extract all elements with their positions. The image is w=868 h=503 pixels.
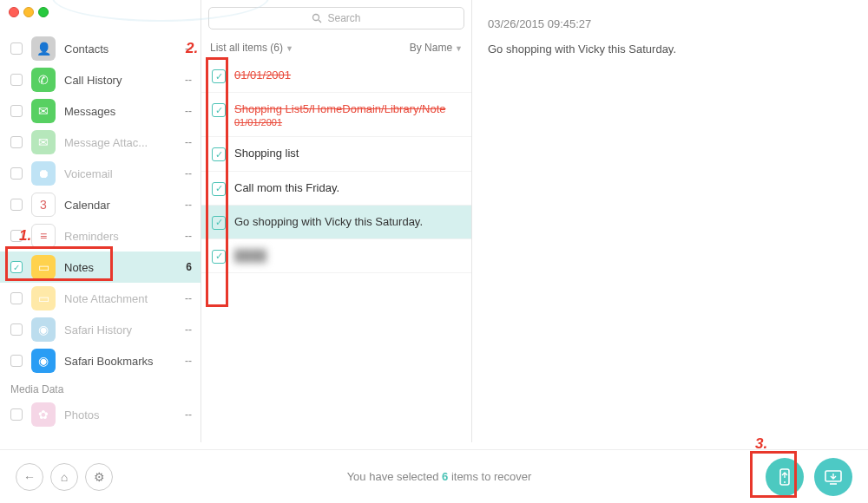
home-button[interactable]: ⌂ [50,463,78,491]
sidebar-item-note-attachment: ▭Note Attachment-- [0,283,201,314]
sidebar-item-count: -- [185,42,192,55]
sidebar-item-call-history[interactable]: ✆Call History-- [0,64,201,95]
category-icon: ≡ [31,224,56,248]
category-icon: ◉ [31,349,56,373]
search-icon [312,13,322,23]
list-item[interactable]: ✓Call mom this Friday. [201,172,471,206]
sidebar-item-label: Voicemail [64,167,176,180]
category-icon: ▭ [31,255,56,279]
sidebar-item-voicemail: ⏺Voicemail-- [0,158,201,189]
checkbox[interactable] [10,199,23,211]
sidebar-item-count: -- [185,355,192,367]
list-item[interactable]: ✓Shopping List5/HomeDomain/Library/Note0… [201,93,471,137]
sidebar-item-count: -- [185,408,192,421]
preview-body: Go shopping with Vicky this Saturday. [488,42,852,56]
svg-point-3 [784,481,786,483]
sidebar-item-count: -- [185,167,192,180]
sidebar-item-label: Safari Bookmarks [64,355,176,368]
back-button[interactable]: ← [16,463,43,491]
checkbox[interactable]: ✓ [212,103,226,117]
category-icon: ✿ [31,402,56,427]
list-item-title: ████ [234,248,464,264]
list-item[interactable]: ✓Shopping list [201,137,471,171]
checkbox[interactable] [10,105,23,117]
sidebar-item-message-attac-: ✉Message Attac...-- [0,127,201,158]
recover-to-device-button[interactable] [766,458,804,496]
sidebar-item-reminders: ≡Reminders-- [0,220,201,252]
sidebar-item-label: Calendar [64,199,176,212]
checkbox[interactable]: ✓ [212,216,226,230]
checkbox [10,136,23,148]
sidebar-item-label: Messages [64,105,176,118]
computer-icon [823,467,844,487]
category-icon: 👤 [31,36,56,61]
checkbox [10,230,23,242]
sidebar-item-photos: ✿Photos-- [0,399,201,430]
category-icon: ✉ [31,130,56,154]
category-icon: ▭ [31,286,56,310]
minimize-icon[interactable] [23,7,34,17]
sidebar-item-count: -- [185,136,192,148]
sidebar-item-count: 6 [186,261,192,273]
category-icon: ⏺ [31,161,56,186]
sidebar-item-label: Reminders [64,230,176,243]
sidebar-item-label: Contacts [64,42,176,56]
preview-date: 03/26/2015 09:45:27 [488,17,852,30]
chevron-down-icon: ▼ [286,44,293,53]
svg-line-1 [319,20,321,23]
notes-list-column: Search List all items (6)▼ By Name▼ ✓01/… [201,0,472,442]
recover-buttons [766,458,852,496]
list-item-date: 01/01/2001 [234,117,464,127]
sidebar-item-safari-bookmarks[interactable]: ◉Safari Bookmarks-- [0,345,201,376]
checkbox[interactable] [10,355,23,367]
sidebar-item-count: -- [185,292,192,304]
settings-button[interactable]: ⚙ [85,463,113,491]
checkbox [10,323,23,336]
sidebar-item-messages[interactable]: ✉Messages-- [0,95,201,127]
sidebar-item-count: -- [185,230,192,242]
list-item-title: Go shopping with Vicky this Saturday. [234,214,464,230]
checkbox[interactable]: ✓ [212,147,226,161]
list-item-title: Shopping list [234,146,464,161]
sidebar-item-notes[interactable]: ✓▭Notes6 [0,252,201,283]
list-item[interactable]: ✓████ [201,239,471,273]
sidebar-item-count: -- [185,199,192,211]
device-icon [775,467,794,487]
sidebar-item-contacts[interactable]: 👤Contacts-- [0,33,201,64]
checkbox[interactable]: ✓ [10,261,23,273]
svg-point-0 [313,15,319,21]
bottom-bar: ← ⌂ ⚙ You have selected 6 items to recov… [0,449,868,503]
nav-buttons: ← ⌂ ⚙ [16,463,113,491]
search-placeholder: Search [327,12,360,24]
checkbox[interactable] [10,42,23,55]
recover-to-computer-button[interactable] [814,458,852,496]
checkbox[interactable]: ✓ [212,182,226,196]
sidebar-item-label: Photos [64,408,176,421]
list-item-title: Shopping List5/HomeDomain/Library/Note [234,101,464,117]
list-item[interactable]: ✓Go shopping with Vicky this Saturday. [201,206,471,239]
sidebar-item-label: Notes [64,261,177,274]
window-controls[interactable] [9,7,49,17]
note-preview: 03/26/2015 09:45:27 Go shopping with Vic… [472,0,868,442]
list-item-title: 01/01/2001 [234,68,464,83]
sidebar-section-media: Media Data [0,376,201,399]
checkbox [10,292,23,304]
checkbox[interactable]: ✓ [212,250,226,264]
sort-dropdown[interactable]: By Name▼ [410,42,463,54]
sidebar-item-calendar[interactable]: 3Calendar-- [0,189,201,220]
checkbox[interactable]: ✓ [212,69,226,83]
list-controls: List all items (6)▼ By Name▼ [201,29,471,59]
chevron-down-icon: ▼ [455,44,463,53]
sidebar-item-safari-history: ◉Safari History-- [0,314,201,345]
checkbox [10,167,23,180]
filter-dropdown[interactable]: List all items (6)▼ [210,42,293,54]
maximize-icon[interactable] [38,7,49,17]
close-icon[interactable] [9,7,19,17]
sidebar-item-label: Message Attac... [64,136,176,149]
list-item[interactable]: ✓01/01/2001 [201,59,471,93]
sidebar: 👤Contacts--✆Call History--✉Messages--✉Me… [0,0,201,442]
checkbox[interactable] [10,74,23,86]
sidebar-item-label: Safari History [64,323,176,336]
category-icon: ◉ [31,317,56,342]
selection-status: You have selected 6 items to recover [113,470,766,483]
